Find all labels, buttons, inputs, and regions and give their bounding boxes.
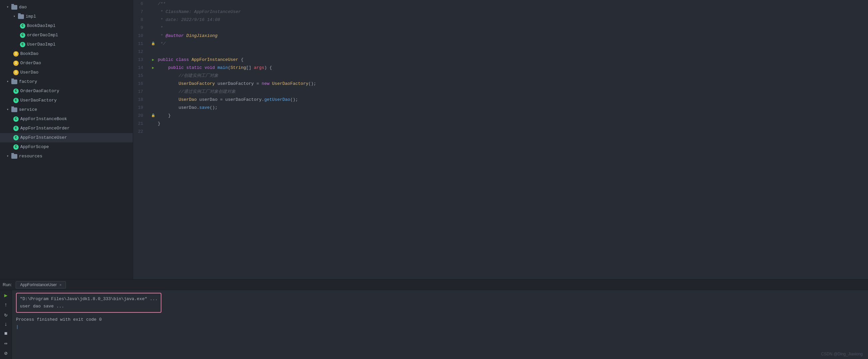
code-editor: 6 /** 7 * ClassName: AppForInstanceUser … [133,0,868,279]
tree-item-service[interactable]: service [0,105,133,115]
line-num-15: 15 [133,72,150,79]
clear-button[interactable]: ⊘ [2,350,10,357]
tree-item-factory[interactable]: factory [0,77,133,87]
run-label: Run: [3,282,12,287]
line-11-content: */ [156,40,868,47]
line-13-content: public class AppForInstanceUser { [156,56,868,64]
wrap-button[interactable]: ⇔ [2,340,10,347]
code-line-9: 9 * [133,24,868,32]
code-line-22: 22 [133,128,868,136]
UserDaoImpl-label: UserDaoImpl [27,41,56,48]
badge-c-AppForInstanceOrder: C [13,126,19,131]
badge-c-AppForInstanceBook: C [13,117,19,122]
output-line-2: user dao save ... [20,303,157,310]
line-num-8: 8 [133,16,150,24]
line-num-16: 16 [133,80,150,88]
line-num-13: 13 [133,56,150,64]
AppForInstanceUser-label: AppForInstanceUser [20,134,67,141]
tree-item-orderDaoImpl[interactable]: C orderDaoImpl [0,31,133,40]
tree-item-AppForInstanceUser[interactable]: C AppForInstanceUser [0,133,133,142]
code-line-7: 7 * ClassName: AppForInstanceUser [133,8,868,16]
tree-item-OrderDaoFactory[interactable]: C OrderDaoFactory [0,87,133,96]
tree-item-UserDaoImpl[interactable]: C UserDaoImpl [0,40,133,49]
watermark: CSDN @Ding_Jiaxiong [821,352,863,356]
run-button[interactable]: ▶ [2,292,10,299]
run-tab-bar: Run: AppForInstanceUser × [0,280,868,290]
badge-i-UserDao: I [13,70,19,75]
rerun-button[interactable]: ↻ [2,312,10,318]
factory-arrow [7,78,11,86]
badge-c-AppForScope: C [13,144,19,150]
code-line-8: 8 * date: 2022/9/16 14:08 [133,16,868,24]
tree-item-BookDao[interactable]: I BookDao [0,49,133,59]
line-8-content: * date: 2022/9/16 14:08 [156,16,868,24]
highlighted-output-box: "D:\Program Files\Java\jdk1.8.0_333\bin\… [16,293,161,313]
badge-c-BookDaoImpl: C [20,23,25,29]
line-num-9: 9 [133,24,150,32]
tree-item-BookDaoImpl[interactable]: C BookDaoImpl [0,21,133,31]
scroll-down-button[interactable]: ↓ [2,321,10,327]
AppForInstanceBook-label: AppForInstanceBook [20,116,67,123]
tree-item-dao[interactable]: dao [0,3,133,12]
line-num-6: 6 [133,0,150,8]
line-num-17: 17 [133,88,150,96]
fold-icon-11[interactable]: 🔒 [151,40,155,47]
code-line-10: 10 * @author DingJiaxiong [133,32,868,40]
scroll-up-button[interactable]: ↑ [2,302,10,308]
tree-item-AppForInstanceOrder[interactable]: C AppForInstanceOrder [0,124,133,133]
BookDao-label: BookDao [20,50,39,58]
tree-item-OrderDao[interactable]: I OrderDao [0,59,133,68]
code-line-17: 17 //通过实例工厂对象创建对象 [133,88,868,96]
resources-folder-icon [11,154,17,159]
line-num-22: 22 [133,128,150,135]
line-7-content: * ClassName: AppForInstanceUser [156,8,868,15]
run-tab-AppForInstanceUser[interactable]: AppForInstanceUser × [16,281,66,289]
OrderDaoFactory-label: OrderDaoFactory [20,88,59,95]
run-arrow-13[interactable]: ▶ [152,56,154,64]
factory-folder-icon [11,79,17,84]
tree-item-resources[interactable]: resources [0,152,133,161]
line-num-20: 20 [133,112,150,120]
line-18-content: UserDao userDao = userDaoFactory.getUser… [156,96,868,103]
badge-c-UserDaoFactory: C [13,98,19,103]
line-num-14: 14 [133,64,150,71]
line-num-19: 19 [133,104,150,111]
run-tab-name: AppForInstanceUser [20,283,57,287]
AppForInstanceOrder-label: AppForInstanceOrder [20,125,69,132]
fold-icon-20[interactable]: 🔒 [151,112,155,120]
line-num-12: 12 [133,48,150,56]
gutter-11: 🔒 [150,40,156,47]
line-10-content: * @author DingJiaxiong [156,32,868,40]
output-line-1: "D:\Program Files\Java\jdk1.8.0_333\bin\… [20,295,157,303]
tree-item-UserDaoFactory[interactable]: C UserDaoFactory [0,96,133,105]
code-line-13: 13 ▶ public class AppForInstanceUser { [133,56,868,64]
dao-arrow [7,4,11,11]
UserDao-label: UserDao [20,69,39,76]
resources-arrow [7,153,11,160]
tree-item-impl[interactable]: impl [0,12,133,21]
dao-label: dao [19,4,27,11]
code-line-6: 6 /** [133,0,868,8]
line-16-content: UserDaoFactory userDaoFactory = new User… [156,80,868,88]
tree-item-UserDao[interactable]: I UserDao [0,68,133,77]
run-toolbar: ▶ ↑ ↻ ↓ ■ ⇔ ⊘ 🖨 🗑 [0,290,12,359]
code-line-12: 12 [133,48,868,56]
line-6-content: /** [156,0,868,8]
impl-label: impl [26,13,36,20]
tree-item-AppForScope[interactable]: C AppForScope [0,142,133,152]
output-cursor-line [16,323,864,331]
UserDaoFactory-label: UserDaoFactory [20,97,57,104]
tree-item-AppForInstanceBook[interactable]: C AppForInstanceBook [0,115,133,124]
gutter-20: 🔒 [150,112,156,120]
dao-folder-icon [11,5,17,10]
run-arrow-14[interactable]: ▶ [152,64,154,71]
run-tab-close-btn[interactable]: × [60,283,62,287]
service-folder-icon [11,107,17,112]
run-panel: Run: AppForInstanceUser × ▶ ↑ ↻ ↓ ■ ⇔ ⊘ … [0,279,868,359]
badge-i-OrderDao: I [13,61,19,66]
badge-i-BookDao: I [13,51,19,57]
line-num-10: 10 [133,32,150,40]
main-area: dao impl C BookDaoImpl C orderDaoImpl C … [0,0,868,279]
line-21-content: } [156,120,868,127]
stop-button[interactable]: ■ [2,331,10,337]
